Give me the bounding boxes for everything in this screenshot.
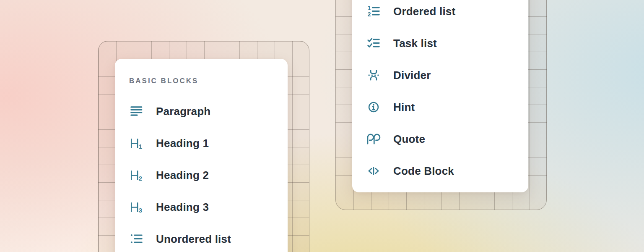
svg-text:2: 2 (139, 175, 142, 182)
divider-icon (366, 68, 381, 82)
menu-item-unordered-list[interactable]: Unordered list (129, 223, 273, 252)
menu-item-label: Paragraph (156, 105, 210, 118)
menu-item-divider[interactable]: Divider (366, 59, 514, 91)
heading-3-icon: 3 (129, 200, 143, 214)
menu-item-hint[interactable]: Hint (366, 91, 514, 123)
unordered-list-icon (129, 232, 143, 246)
page-background: { "theme": { "accent_teal": "#337a92", "… (0, 0, 644, 252)
svg-text:1: 1 (139, 143, 142, 150)
menu-item-label: Heading 3 (156, 201, 209, 214)
menu-item-code-block[interactable]: Code Block (366, 155, 514, 187)
menu-item-label: Unordered list (156, 233, 231, 246)
svg-text:3: 3 (139, 207, 142, 214)
menu-item-label: Hint (393, 101, 415, 114)
menu-item-label: Heading 2 (156, 169, 209, 182)
menu-item-heading-1[interactable]: 1 Heading 1 (129, 127, 273, 159)
menu-item-label: Ordered list (393, 5, 455, 18)
basic-blocks-menu: BASIC BLOCKS Paragraph 1 Heading 1 2 Hea… (115, 59, 288, 252)
menu-item-label: Task list (393, 37, 437, 50)
menu-item-quote[interactable]: Quote (366, 123, 514, 155)
heading-2-icon: 2 (129, 168, 143, 182)
hint-icon (366, 100, 381, 114)
code-block-icon (366, 164, 381, 178)
menu-item-label: Heading 1 (156, 137, 209, 150)
menu-item-ordered-list[interactable]: 1 2 Ordered list (366, 0, 514, 27)
menu-item-label: Code Block (393, 165, 454, 178)
menu-item-heading-3[interactable]: 3 Heading 3 (129, 191, 273, 223)
menu-item-paragraph[interactable]: Paragraph (129, 95, 273, 127)
blocks-menu-continued: 1 2 Ordered list Task list Divider (352, 0, 528, 192)
ordered-list-icon: 1 2 (366, 4, 381, 18)
menu-item-heading-2[interactable]: 2 Heading 2 (129, 159, 273, 191)
heading-1-icon: 1 (129, 136, 143, 150)
task-list-icon (366, 36, 381, 50)
paragraph-icon (129, 104, 143, 118)
section-label: BASIC BLOCKS (129, 76, 273, 85)
svg-text:2: 2 (368, 11, 371, 18)
menu-item-task-list[interactable]: Task list (366, 27, 514, 59)
menu-item-label: Quote (393, 133, 425, 146)
quote-icon (366, 132, 381, 146)
menu-item-label: Divider (393, 69, 431, 82)
svg-text:1: 1 (368, 5, 371, 11)
